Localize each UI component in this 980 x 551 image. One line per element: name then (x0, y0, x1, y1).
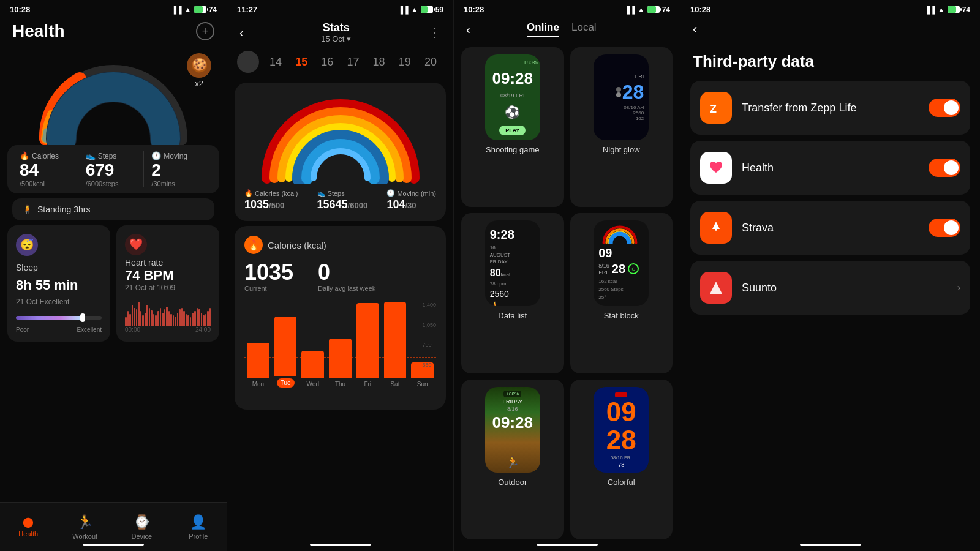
moving-stat[interactable]: 🕐 Moving 2 /30mins (144, 151, 209, 187)
hr-bar (187, 315, 189, 326)
date-14[interactable]: 14 (263, 56, 288, 69)
wf-card-outdoor[interactable]: +80% FRIDAY 8/16 09:28 🏃 Outdoor (461, 380, 564, 539)
steps-text: Steps (98, 152, 117, 160)
steps-stat[interactable]: 👟 Steps 679 /6000steps (78, 151, 145, 187)
stats-more-button[interactable]: ⋮ (429, 25, 441, 40)
wf-card-statblock[interactable]: 09 8/16 FRI 28 ⊙ 162 kcal 2560 Steps 25° (570, 213, 673, 373)
date-18[interactable]: 18 (366, 56, 392, 69)
date-16[interactable]: 16 (314, 56, 340, 69)
wf-sb-date: 8/16 FRI (598, 263, 609, 276)
tp-item-suunto[interactable]: Suunto › (690, 261, 970, 315)
hr-bar (162, 313, 164, 326)
wf-back-button[interactable]: ‹ (466, 23, 470, 37)
wf-od-icon: 🏃 (506, 455, 519, 469)
zepp-icon: Z (700, 92, 732, 124)
heartrate-sub: 21 Oct at 10:09 (125, 283, 211, 292)
date-num-17: 17 (347, 56, 359, 69)
bar-col[interactable]: Fri (356, 302, 379, 388)
bar-col[interactable]: Tue (274, 302, 297, 388)
wf-datalist-name: Data list (498, 311, 527, 320)
wf-sb-steps-val: 2560 Steps (598, 286, 644, 294)
bar-col[interactable]: Mon (247, 302, 270, 388)
bar-col[interactable]: Wed (301, 302, 324, 388)
date-num-16: 16 (321, 56, 333, 69)
wf-dl-info: 16 AUGUST FRIDAY (490, 244, 535, 265)
heartrate-card[interactable]: ❤️ Heart rate 74 BPM 21 Oct at 10:09 00:… (116, 225, 219, 342)
tab-local[interactable]: Local (571, 21, 597, 37)
chevron-down-icon: ▾ (347, 34, 351, 43)
health-app-icon (700, 152, 732, 184)
wf-dl-day: 16 (490, 244, 535, 251)
date-15[interactable]: 15 (288, 56, 314, 69)
moving-icon-2: 🕐 (386, 189, 395, 197)
hr-bar (138, 302, 140, 326)
wf-outdoor-display: +80% FRIDAY 8/16 09:28 🏃 (485, 387, 540, 473)
stats-date[interactable]: 15 Oct ▾ (321, 34, 351, 43)
tp-item-health[interactable]: Health (690, 141, 970, 195)
metric-calories-label: 🔥 Calories (kcal) (244, 189, 298, 197)
wf-card-nightglow[interactable]: FRI 28 08/16 AH 2560 162 Night (570, 47, 673, 207)
date-num-20: 20 (424, 56, 437, 69)
wf-od-time: 09:28 (492, 413, 533, 432)
wf-card-colorful[interactable]: 09 28 08/16 FRI 78 Colorful (570, 380, 673, 539)
date-20[interactable]: 20 (418, 56, 443, 69)
status-right-2: ▐▐ ▲ 59 (398, 6, 443, 14)
moving-text: Moving (164, 152, 187, 160)
bar-col[interactable]: Thu (329, 302, 352, 388)
wf-preview-statblock: 09 8/16 FRI 28 ⊙ 162 kcal 2560 Steps 25° (594, 220, 649, 306)
battery-pct-1: 74 (209, 6, 217, 14)
health-cards: 😴 Sleep 8h 55 min 21 Oct Excellent Poor … (7, 225, 219, 342)
home-indicator-2 (310, 544, 371, 546)
strava-name: Strava (742, 222, 919, 234)
calories-card-icon: 🔥 (244, 236, 263, 254)
wf-card-datalist[interactable]: 9:28 16 AUGUST FRIDAY 80kcal 78 bpm 2560… (461, 213, 564, 373)
thirdparty-panel: 10:28 ▐▐ ▲ 74 ‹ Third-party data Z Trans… (680, 0, 980, 551)
bar-rect (356, 303, 379, 379)
wf-pct: +80% (488, 59, 538, 66)
tp-item-zepp[interactable]: Z Transfer from Zepp Life (690, 81, 970, 135)
stats-header: ‹ Stats 15 Oct ▾ ⋮ (227, 17, 453, 46)
wifi-icon-4: ▲ (938, 6, 945, 14)
nav-profile[interactable]: 👤 Profile (170, 503, 227, 551)
time-1: 10:28 (10, 5, 30, 14)
status-bar-2: 11:27 ▐▐ ▲ 59 (227, 0, 453, 17)
metric-calories: 🔥 Calories (kcal) 1035/500 (244, 189, 298, 211)
wifi-icon: ▲ (184, 6, 192, 14)
hr-bar (145, 313, 146, 326)
wf-outdoor-name: Outdoor (498, 478, 527, 487)
wf-shooting-display: +80% 09:28 08/19 FRI ⚽ PLAY (485, 54, 540, 140)
stats-back-button[interactable]: ‹ (239, 26, 244, 40)
hr-bar (181, 308, 183, 326)
calories-card: 🔥 Calories (kcal) 1035 Current 0 Daily a… (235, 226, 446, 410)
wf-play-btn: PLAY (499, 126, 526, 135)
metric-moving-label: 🕐 Moving (min) (386, 189, 436, 197)
svg-marker-1 (712, 222, 720, 231)
wf-sb-arc (598, 225, 641, 244)
sleep-card[interactable]: 😴 Sleep 8h 55 min 21 Oct Excellent Poor … (7, 225, 110, 342)
home-indicator-4 (800, 544, 861, 546)
tab-online[interactable]: Online (527, 21, 559, 37)
zepp-toggle[interactable] (929, 99, 960, 117)
date-17[interactable]: 17 (340, 56, 366, 69)
tp-back-button[interactable]: ‹ (693, 21, 697, 37)
y-axis-label: 700 (422, 342, 436, 348)
calories-stat[interactable]: 🔥 Calories 84 /500kcal (17, 151, 78, 187)
tp-header: ‹ (680, 17, 980, 42)
hr-bar (209, 308, 211, 326)
hr-bar (177, 313, 179, 326)
strava-toggle[interactable] (929, 219, 960, 237)
watchfaces-grid: +80% 09:28 08/19 FRI ⚽ PLAY Shooting gam… (454, 42, 680, 544)
nav-health[interactable]: ⬤ Health (0, 503, 57, 551)
wf-card-shooting[interactable]: +80% 09:28 08/19 FRI ⚽ PLAY Shooting gam… (461, 47, 564, 207)
wf-dl-steps: 80kcal (490, 268, 535, 279)
stats-center: Stats 15 Oct ▾ (321, 21, 351, 43)
moving-value: 2 (151, 162, 202, 179)
bar-col[interactable]: Sat (384, 302, 407, 388)
tp-item-strava[interactable]: Strava (690, 201, 970, 255)
wf-cf-hour: 09 (606, 399, 636, 425)
suunto-logo-svg (707, 279, 725, 296)
moving-label: 🕐 Moving (151, 151, 202, 160)
date-19[interactable]: 19 (392, 56, 418, 69)
health-toggle[interactable] (929, 159, 960, 177)
wf-sb-row2: 8/16 FRI 28 ⊙ (598, 262, 644, 276)
